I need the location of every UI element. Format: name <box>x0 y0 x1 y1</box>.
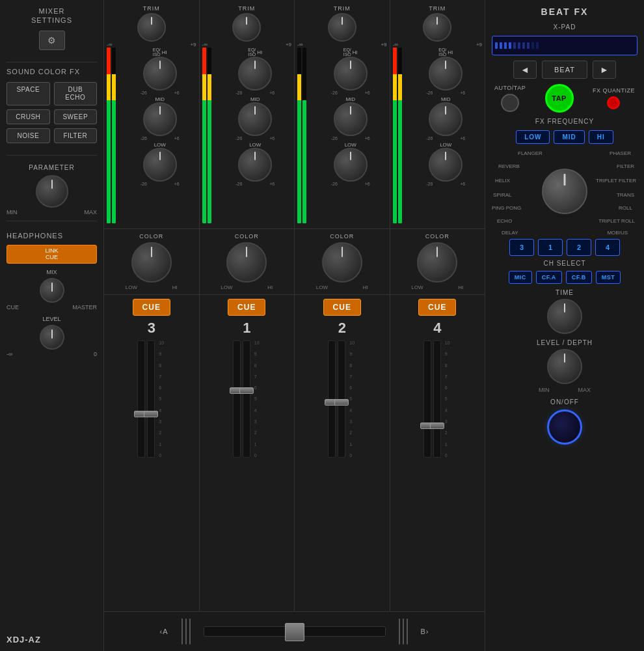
ch-num-3-button[interactable]: 3 <box>509 239 534 256</box>
ch3-fader-track-r[interactable] <box>147 340 155 458</box>
freq-low-button[interactable]: LOW <box>516 130 550 144</box>
ch1-fader-handle-r[interactable] <box>239 387 254 394</box>
crossfader-handle[interactable] <box>285 623 304 641</box>
ch4-fader-channel: CUE 4 10 9 8 7 <box>390 295 485 611</box>
ch4-fader-track-l[interactable] <box>423 340 431 458</box>
time-knob[interactable] <box>547 299 582 334</box>
ch1-low-knob[interactable] <box>238 148 272 182</box>
tap-button[interactable]: TAP <box>545 84 574 113</box>
freq-mid-button[interactable]: MID <box>554 130 584 144</box>
ch3-low-label: LOW <box>154 142 166 148</box>
effect-selector-knob[interactable] <box>542 169 587 214</box>
level-knob[interactable] <box>40 325 64 350</box>
ch-type-mic-button[interactable]: MIC <box>509 271 532 284</box>
ch1-cue-button[interactable]: CUE <box>228 299 265 316</box>
ch3-color-range: LOWHI <box>126 284 178 290</box>
effect-spiral: SPIRAL <box>493 192 511 198</box>
headphones-section: HEADPHONES LINKCUE MIX CUE MASTER LEVEL … <box>7 232 97 358</box>
ch1-color-label: COLOR <box>235 233 259 240</box>
level-depth-range: MIN MAX <box>539 387 591 393</box>
x-pad-dot-9 <box>531 42 534 49</box>
ch2-fader-handle-r[interactable] <box>334 399 349 406</box>
ch4-cue-button[interactable]: CUE <box>418 299 456 316</box>
ch-num-1-button[interactable]: 1 <box>538 239 563 256</box>
mix-knob[interactable] <box>40 278 64 303</box>
ch-type-cfa-button[interactable]: CF.A <box>536 271 562 284</box>
ch1-hi-label: HI <box>257 49 262 55</box>
ch1-hi-range: -26+6 <box>235 90 275 95</box>
ch1-fader-track-l[interactable] <box>233 340 241 458</box>
level-depth-title: LEVEL / DEPTH <box>537 339 593 346</box>
x-pad-dots <box>495 42 539 49</box>
x-pad-dot-1 <box>495 42 498 49</box>
ch4-low-knob[interactable] <box>429 148 463 182</box>
ch1-fader-track-r[interactable] <box>243 340 250 458</box>
ch1-low-label: LOW <box>249 142 261 148</box>
ch1-mid-knob[interactable] <box>238 102 272 136</box>
fx-frequency-title: FX FREQUENCY <box>492 118 637 125</box>
link-cue-button[interactable]: LINKCUE <box>7 245 97 264</box>
ch3-low-knob[interactable] <box>143 148 177 182</box>
ch2-trim-min: -∞ <box>297 42 302 48</box>
on-off-button[interactable] <box>547 409 582 445</box>
ch3-hi-knob[interactable] <box>143 57 177 90</box>
ch3-trim-label: TRIM <box>143 5 160 12</box>
ch4-fader-track-r[interactable] <box>433 340 441 458</box>
ch3-mid-knob[interactable] <box>143 102 177 136</box>
ch3-meters <box>107 48 121 223</box>
ch4-trim-max: +9 <box>476 42 482 48</box>
ch3-fader-handle-r[interactable] <box>144 411 158 417</box>
ch1-trim-range: -∞ +9 <box>202 42 292 48</box>
auto-tap-button[interactable] <box>501 94 519 112</box>
beat-prev-button[interactable]: ◄ <box>513 61 537 79</box>
fx-btn-filter[interactable]: FILTER <box>54 128 98 143</box>
fx-btn-dub-echo[interactable]: DUBECHO <box>54 82 98 105</box>
ch1-color-knob[interactable] <box>226 242 267 283</box>
ch4-mid-knob[interactable] <box>429 102 463 136</box>
ch3-fader-track-l[interactable] <box>137 340 145 458</box>
ch-type-cfb-button[interactable]: CF.B <box>566 271 592 284</box>
crossfader-track[interactable] <box>204 626 386 637</box>
fx-btn-space[interactable]: SPACE <box>7 82 50 105</box>
ch2-color-knob[interactable] <box>322 242 362 283</box>
fx-btn-crush[interactable]: CRUSH <box>7 109 50 124</box>
ch3-color-knob[interactable] <box>131 242 172 283</box>
ch3-meter-r <box>112 48 116 223</box>
parameter-knob-labels: MIN MAX <box>7 209 97 215</box>
fx-btn-noise[interactable]: NOISE <box>7 128 50 143</box>
ch4-fader-handle-r[interactable] <box>430 422 444 429</box>
fx-btn-sweep[interactable]: SWEEP <box>54 109 98 124</box>
beat-next-button[interactable]: ► <box>593 61 616 79</box>
fx-quantize-button[interactable] <box>607 96 620 109</box>
ch1-hi-knob[interactable] <box>238 57 272 90</box>
ch1-mid-range: -26+6 <box>235 136 275 141</box>
ch-num-2-button[interactable]: 2 <box>567 239 591 256</box>
ch2-trim-knob[interactable] <box>328 13 356 42</box>
ch3-cue-button[interactable]: CUE <box>133 299 170 316</box>
ch2-mid-knob[interactable] <box>334 102 368 136</box>
ch1-trim-knob[interactable] <box>232 13 261 42</box>
ch-num-4-button[interactable]: 4 <box>595 239 620 256</box>
effect-mobius: MOBIUS <box>607 230 628 236</box>
ch3-trim-knob[interactable] <box>137 13 166 42</box>
beat-label-button[interactable]: BEAT <box>542 61 587 79</box>
ch4-trim-knob[interactable] <box>423 13 451 42</box>
cf-vertical-lines <box>181 618 191 644</box>
ch3-color-channel: COLOR LOWHI <box>104 229 200 294</box>
ch4-fader-area: 10 9 8 7 6 5 4 3 2 1 0 <box>393 340 483 458</box>
level-depth-knob[interactable] <box>547 349 582 384</box>
ch4-color-knob[interactable] <box>417 242 457 283</box>
settings-gear-button[interactable]: ⚙ <box>39 31 65 50</box>
ch2-cue-button[interactable]: CUE <box>323 299 361 316</box>
ch4-hi-knob[interactable] <box>429 57 463 90</box>
x-pad-dot-8 <box>527 42 530 49</box>
effect-phaser: PHASER <box>610 150 631 156</box>
ch-type-mst-button[interactable]: MST <box>596 271 621 284</box>
x-pad-display[interactable] <box>492 36 637 55</box>
parameter-knob[interactable] <box>36 175 68 208</box>
x-pad-dot-6 <box>518 42 520 49</box>
ch2-fader-track-r[interactable] <box>338 340 345 458</box>
ch2-hi-knob[interactable] <box>334 57 368 90</box>
ch2-low-knob[interactable] <box>334 148 368 182</box>
freq-hi-button[interactable]: HI <box>589 130 613 144</box>
